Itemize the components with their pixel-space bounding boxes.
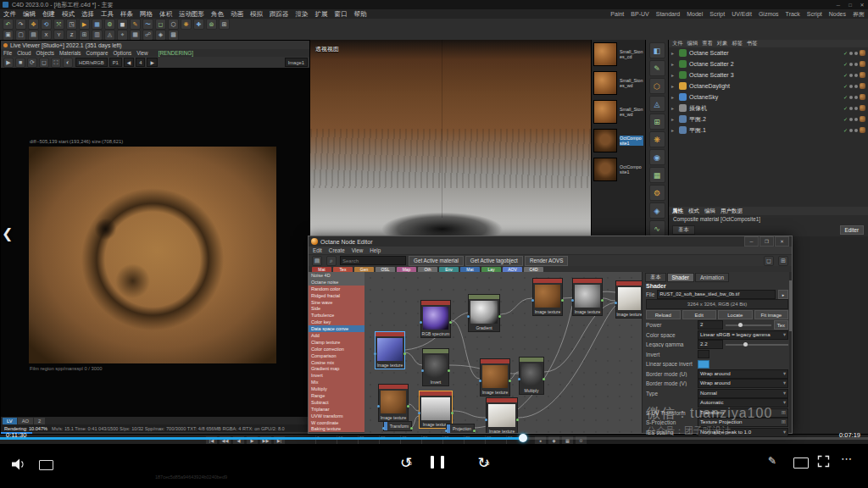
node-type-item[interactable]: Multiply (309, 385, 364, 392)
layout-tab[interactable]: UV/Edit (728, 11, 755, 17)
object-name[interactable]: OctaneSky (689, 94, 718, 100)
node-type-item[interactable]: Color key (309, 319, 364, 325)
node-type-item[interactable]: Add (309, 332, 364, 339)
enabled-check-icon[interactable]: ✓ (843, 83, 848, 89)
menu-item[interactable]: 扩展 (312, 10, 331, 19)
texture-name[interactable]: Small_Stones_wd (620, 107, 643, 117)
viewer-tab-lv[interactable]: LV (3, 418, 17, 424)
visibility-dot[interactable] (854, 74, 858, 77)
menu-item[interactable]: 编辑 (687, 40, 698, 47)
visibility-dot[interactable] (849, 118, 853, 121)
node-type-item[interactable]: Subtract (309, 399, 364, 406)
tool-icon[interactable]: ⊚ (206, 19, 217, 30)
menu-item[interactable]: 编辑 (19, 10, 39, 19)
notes-card-icon[interactable] (793, 458, 809, 469)
node-type-item[interactable]: Random color (309, 286, 364, 292)
property-value[interactable]: Normalize peak to 1.0 (698, 428, 788, 437)
tool-icon[interactable]: ◻ (155, 19, 166, 30)
visibility-dot[interactable] (854, 129, 858, 132)
viewer-tool-icon[interactable]: ◻ (39, 58, 49, 68)
layout-tab[interactable]: Track (782, 11, 804, 17)
texture-item[interactable]: Small_Stones_cd (592, 40, 645, 69)
tool-icon[interactable]: ▥ (92, 30, 103, 41)
graph-node[interactable]: Image texture (532, 278, 563, 316)
layout-tab[interactable]: Script (804, 11, 826, 17)
property-value[interactable]: Normal (698, 389, 788, 398)
node-type-item[interactable]: Gradient map (309, 365, 364, 372)
object-name[interactable]: 摄像机 (689, 104, 707, 113)
object-row[interactable]: ▸ 摄像机 ✓ (669, 103, 868, 114)
menu-item[interactable]: 模拟 (247, 10, 266, 19)
node-editor-action-button[interactable]: Render AOVS (525, 256, 569, 266)
node-type-item[interactable]: UVW transform (309, 413, 364, 419)
menu-item[interactable]: Help (370, 247, 381, 253)
tool-icon[interactable]: ◧ (649, 42, 665, 58)
tool-icon[interactable]: ✚ (193, 19, 204, 30)
property-slider[interactable] (726, 344, 788, 346)
image-select[interactable]: Image1 (285, 58, 308, 67)
video-progress-handle[interactable] (519, 434, 527, 442)
node-search-input[interactable] (340, 256, 406, 265)
tool-icon[interactable]: ▶ (79, 19, 90, 30)
visibility-dot[interactable] (849, 107, 853, 110)
previous-chevron-button[interactable]: ❮ (2, 225, 13, 241)
layout-tab[interactable]: Gizmos (755, 11, 782, 17)
file-action-button[interactable]: Fit image (754, 310, 789, 319)
node-tool-icon[interactable]: ⊞ (778, 256, 788, 266)
viewer-tab-2[interactable]: 2 (34, 418, 45, 424)
graph-node[interactable]: RGB spectrum (420, 300, 451, 338)
material-tag-icon[interactable] (860, 94, 865, 100)
object-name[interactable]: Octane Scatter 3 (689, 72, 734, 78)
more-options-icon[interactable]: ⋯ (841, 452, 852, 465)
menu-item[interactable]: 文件 (672, 40, 683, 47)
enabled-check-icon[interactable]: ✓ (843, 127, 848, 133)
object-row[interactable]: ▸ Octane Scatter ✓ (669, 47, 868, 58)
menu-item[interactable]: 用户数据 (721, 208, 743, 215)
texture-name[interactable]: OctComposite1 (620, 164, 643, 175)
browse-file-icon[interactable]: ▸ (778, 290, 788, 299)
graph-node[interactable]: Invert (422, 348, 449, 386)
graph-node[interactable]: Multiply (519, 357, 544, 395)
object-row[interactable]: ▸ OctaneSky ✓ (669, 92, 868, 103)
enabled-check-icon[interactable]: ✓ (843, 61, 848, 67)
axis-lock-button[interactable]: Y (53, 30, 64, 40)
layout-tab[interactable]: Standard (653, 11, 683, 17)
graph-node[interactable]: Image texture (480, 358, 510, 396)
texture-name[interactable]: Small_Stones_cd (620, 49, 643, 59)
tool-icon[interactable]: ◳ (66, 19, 77, 30)
material-tag-icon[interactable] (860, 105, 865, 111)
tool-icon[interactable]: ▣ (3, 30, 14, 41)
viewer-tool-icon[interactable]: ⛶ (51, 58, 61, 68)
menu-item[interactable]: 模式 (688, 208, 699, 215)
enabled-check-icon[interactable]: ✓ (843, 50, 848, 56)
object-row[interactable]: ▸ OctaneDaylight ✓ (669, 80, 868, 92)
pass-select[interactable]: P1 (109, 58, 122, 67)
tool-icon[interactable]: ▩ (168, 30, 179, 41)
node-type-item[interactable]: Octane noise (309, 279, 364, 286)
menu-item[interactable]: 查看 (702, 40, 713, 47)
node-editor-action-button[interactable]: Get Active tagobject (465, 256, 523, 266)
node-type-item[interactable]: Comparison (309, 352, 364, 359)
node-type-item[interactable]: Ridged fractal (309, 292, 364, 299)
property-value[interactable]: 2 (698, 320, 723, 330)
menu-item[interactable]: 跟踪器 (266, 10, 292, 19)
graph-node[interactable]: Transform (383, 421, 412, 431)
property-value[interactable] (698, 360, 709, 369)
menu-item[interactable]: 创建 (39, 10, 58, 19)
tool-icon[interactable]: ◬ (104, 30, 115, 41)
menu-item[interactable]: View (136, 50, 148, 56)
minimize-button[interactable]: ─ (744, 236, 759, 247)
visibility-dot[interactable] (849, 96, 853, 99)
viewer-tool-icon[interactable]: ▶ (3, 58, 14, 68)
menu-item[interactable]: Cloud (17, 50, 31, 56)
object-row[interactable]: ▸ Octane Scatter 2 ✓ (669, 58, 868, 69)
node-type-item[interactable]: Invert (309, 372, 364, 379)
expand-arrow-icon[interactable]: ▸ (671, 105, 676, 111)
object-name[interactable]: Octane Scatter 2 (689, 61, 734, 67)
viewer-tool-icon[interactable]: ⟳ (27, 58, 37, 68)
node-type-item[interactable]: Baking texture (309, 425, 364, 432)
node-type-item[interactable]: Cosine mix (309, 359, 364, 366)
tool-icon[interactable]: ⬡ (649, 78, 665, 94)
viewer-tool-icon[interactable]: ■ (15, 58, 25, 68)
visibility-dot[interactable] (854, 107, 858, 110)
